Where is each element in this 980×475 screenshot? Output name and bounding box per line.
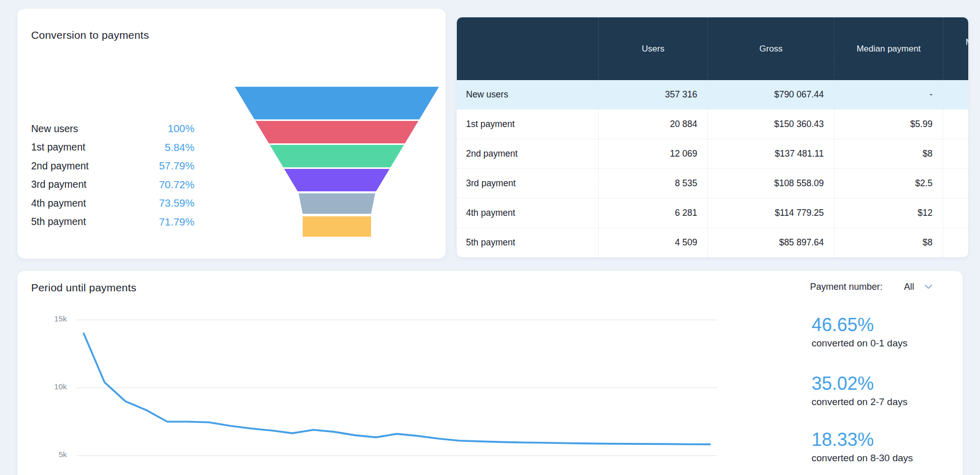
cell-median_time: 0 days: [943, 110, 969, 139]
cell-label: 2nd payment: [457, 139, 599, 169]
dashboard: Conversion to payments New users100%1st …: [0, 0, 980, 475]
cell-median_payment: $5.99: [835, 110, 943, 139]
cell-gross: $137 481.11: [708, 139, 835, 169]
funnel-segment-1: [255, 121, 418, 143]
stat-caption: converted on 2-7 days: [812, 395, 954, 409]
cell-median_time: 2 days: [943, 198, 969, 228]
table-row: 5th payment4 509$85 897.64$84 days: [457, 228, 968, 258]
funnel-stage-label: 1st payment: [31, 141, 85, 153]
funnel-stage-label: 5th payment: [31, 216, 86, 228]
funnel-segment-3: [284, 169, 389, 191]
column-header: Median payment: [835, 17, 943, 80]
funnel-legend-item: 5th payment71.79%: [31, 213, 194, 232]
cell-median_time: 4 days: [943, 228, 969, 258]
funnel-legend-item: 4th payment73.59%: [31, 194, 194, 213]
funnel-stage-percent: 57.79%: [159, 160, 194, 172]
column-header: Median time before payment: [943, 17, 969, 80]
cell-users: 12 069: [599, 139, 708, 169]
stat-percent: 46.65%: [812, 314, 954, 336]
y-tick-label: 10k: [36, 382, 67, 391]
funnel-segment-4: [299, 193, 375, 214]
column-header: Users: [599, 17, 708, 80]
table-row: 4th payment6 281$114 779.25$122 days: [457, 198, 968, 228]
table-row: 1st payment20 884$150 360.43$5.990 days: [457, 110, 968, 139]
payments-table-card: UsersGrossMedian paymentMedian time befo…: [457, 17, 968, 257]
cell-median_time: -: [943, 80, 969, 110]
cell-label: 5th payment: [457, 228, 599, 258]
conversion-stat: 35.02%converted on 2-7 days: [812, 372, 954, 409]
cell-median_time: 1 days: [943, 169, 969, 198]
cell-median_payment: -: [835, 80, 943, 110]
payments-table-header: UsersGrossMedian paymentMedian time befo…: [457, 17, 968, 80]
funnel-stage-percent: 71.79%: [159, 216, 194, 228]
y-tick-label: 5k: [36, 450, 67, 459]
y-tick-label: 15k: [36, 314, 67, 323]
stat-percent: 18.33%: [812, 429, 954, 451]
cell-label: New users: [457, 80, 599, 110]
funnel-stage-label: 3rd payment: [31, 179, 86, 190]
funnel-stage-label: 4th payment: [31, 197, 86, 209]
funnel-card-title: Conversion to payments: [31, 29, 149, 41]
cell-users: 8 535: [599, 169, 708, 198]
cell-users: 20 884: [599, 110, 708, 139]
funnel-legend-item: 3rd payment70.72%: [31, 176, 194, 194]
conversion-stat: 46.65%converted on 0-1 days: [812, 314, 954, 350]
funnel-stage-percent: 73.59%: [159, 197, 194, 209]
table-row: 2nd payment12 069$137 481.11$81 days: [457, 139, 968, 169]
cell-median_payment: $8: [835, 228, 943, 258]
funnel-stage-label: 2nd payment: [31, 160, 89, 172]
cell-median_payment: $12: [835, 198, 943, 228]
conversion-to-payments-card: Conversion to payments New users100%1st …: [17, 9, 446, 259]
funnel-legend-item: New users100%: [31, 119, 194, 138]
funnel-stage-label: New users: [31, 123, 78, 135]
payments-table-body: New users357 316$790 067.44--1st payment…: [457, 80, 968, 257]
cell-gross: $85 897.64: [708, 228, 835, 258]
funnel-segment-2: [270, 145, 404, 167]
stat-percent: 35.02%: [812, 372, 954, 395]
cell-label: 3rd payment: [457, 169, 599, 198]
table-row: 3rd payment8 535$108 558.09$2.51 days: [457, 169, 968, 198]
stat-caption: converted on 8-30 days: [812, 451, 954, 465]
payments-table: UsersGrossMedian paymentMedian time befo…: [457, 17, 968, 257]
cell-label: 4th payment: [457, 198, 599, 228]
funnel-stage-percent: 70.72%: [159, 179, 194, 191]
cell-gross: $790 067.44: [708, 80, 835, 110]
cell-median_time: 1 days: [943, 139, 969, 169]
funnel-legend: New users100%1st payment5.84%2nd payment…: [31, 119, 194, 231]
cell-label: 1st payment: [457, 110, 599, 139]
column-header-blank: [457, 17, 599, 80]
stat-caption: converted on 0-1 days: [812, 336, 954, 350]
funnel-segment-5: [303, 216, 371, 237]
cell-gross: $108 558.09: [708, 169, 835, 198]
funnel-segment-0: [235, 87, 439, 119]
period-until-payments-card: Period until payments Payment number: Al…: [17, 271, 963, 475]
table-row: New users357 316$790 067.44--: [457, 80, 968, 110]
funnel-legend-item: 1st payment5.84%: [31, 138, 194, 157]
cell-users: 4 509: [599, 228, 708, 258]
column-header: Gross: [708, 17, 835, 80]
cell-users: 357 316: [599, 80, 708, 110]
cell-gross: $114 779.25: [708, 198, 835, 228]
cell-median_payment: $2.5: [835, 169, 943, 198]
funnel-legend-item: 2nd payment57.79%: [31, 157, 194, 176]
funnel-chart: [211, 75, 467, 238]
cell-users: 6 281: [599, 198, 708, 228]
payments-period-line: [84, 334, 710, 444]
cell-median_payment: $8: [835, 139, 943, 169]
funnel-stage-percent: 5.84%: [165, 141, 194, 154]
conversion-stat: 18.33%converted on 8-30 days: [812, 429, 954, 465]
funnel-stage-percent: 100%: [168, 122, 194, 135]
cell-gross: $150 360.43: [708, 110, 835, 139]
